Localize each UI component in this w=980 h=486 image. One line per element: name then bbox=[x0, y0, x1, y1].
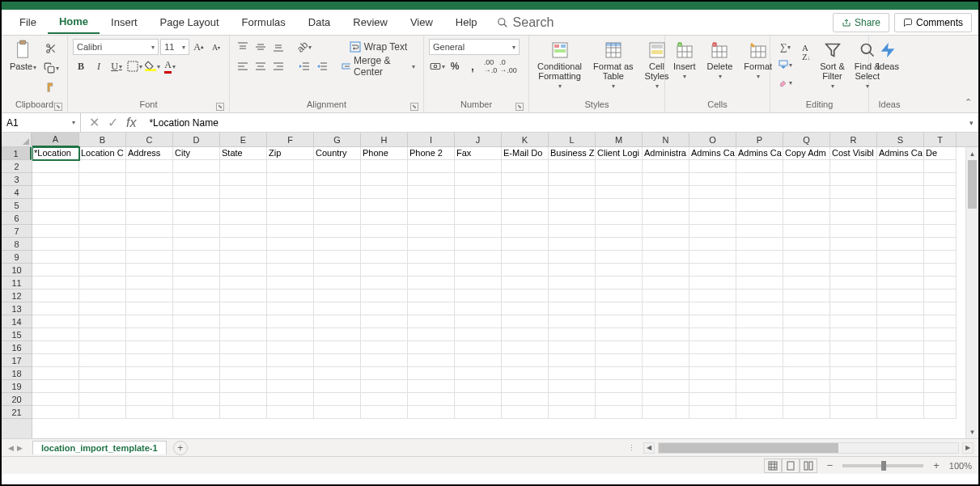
cell-A14[interactable] bbox=[32, 315, 79, 328]
cell-S1[interactable]: Admins Ca bbox=[877, 147, 924, 160]
cell-L12[interactable] bbox=[549, 289, 596, 302]
col-header-K[interactable]: K bbox=[502, 133, 549, 146]
cell-C20[interactable] bbox=[126, 393, 173, 406]
cell-B13[interactable] bbox=[79, 302, 126, 315]
cell-A10[interactable] bbox=[32, 264, 79, 277]
cell-O8[interactable] bbox=[689, 238, 736, 251]
cell-K2[interactable] bbox=[502, 160, 549, 173]
cell-Q7[interactable] bbox=[783, 225, 830, 238]
cell-A18[interactable] bbox=[32, 367, 79, 380]
cell-M13[interactable] bbox=[596, 302, 643, 315]
cell-R9[interactable] bbox=[830, 251, 877, 264]
cell-R5[interactable] bbox=[830, 199, 877, 212]
cell-K20[interactable] bbox=[502, 393, 549, 406]
cell-R20[interactable] bbox=[830, 393, 877, 406]
cell-O14[interactable] bbox=[689, 315, 736, 328]
cell-P19[interactable] bbox=[736, 380, 783, 393]
cell-C13[interactable] bbox=[126, 302, 173, 315]
cell-T4[interactable] bbox=[924, 186, 957, 199]
col-header-A[interactable]: A bbox=[32, 133, 79, 147]
font-launcher[interactable]: ⬊ bbox=[216, 103, 224, 111]
cell-G3[interactable] bbox=[314, 173, 361, 186]
cell-S14[interactable] bbox=[877, 315, 924, 328]
cell-G14[interactable] bbox=[314, 315, 361, 328]
cell-A15[interactable] bbox=[32, 328, 79, 341]
cell-I2[interactable] bbox=[408, 160, 455, 173]
tab-file[interactable]: File bbox=[8, 11, 48, 33]
cell-R14[interactable] bbox=[830, 315, 877, 328]
cell-E14[interactable] bbox=[220, 315, 267, 328]
ideas-button[interactable]: Ideas bbox=[874, 39, 902, 73]
cell-T1[interactable]: De bbox=[924, 147, 957, 160]
cell-Q14[interactable] bbox=[783, 315, 830, 328]
cell-L20[interactable] bbox=[549, 393, 596, 406]
cell-C18[interactable] bbox=[126, 367, 173, 380]
cell-D19[interactable] bbox=[173, 380, 220, 393]
cell-K5[interactable] bbox=[502, 199, 549, 212]
cell-C16[interactable] bbox=[126, 341, 173, 354]
cell-R11[interactable] bbox=[830, 277, 877, 289]
cell-H7[interactable] bbox=[361, 225, 408, 238]
cell-Q11[interactable] bbox=[783, 277, 830, 289]
normal-view-button[interactable] bbox=[764, 459, 782, 473]
cell-M1[interactable]: Client Logi bbox=[596, 147, 643, 160]
cell-R17[interactable] bbox=[830, 354, 877, 367]
col-header-N[interactable]: N bbox=[643, 133, 689, 146]
cell-N11[interactable] bbox=[643, 277, 689, 289]
cell-S17[interactable] bbox=[877, 354, 924, 367]
cell-D16[interactable] bbox=[173, 341, 220, 354]
cell-S5[interactable] bbox=[877, 199, 924, 212]
align-middle-button[interactable] bbox=[252, 39, 269, 55]
cell-I8[interactable] bbox=[408, 238, 455, 251]
percent-button[interactable]: % bbox=[447, 58, 463, 74]
cell-L9[interactable] bbox=[549, 251, 596, 264]
row-header-5[interactable]: 5 bbox=[2, 199, 32, 212]
cell-R13[interactable] bbox=[830, 302, 877, 315]
cell-Q2[interactable] bbox=[783, 160, 830, 173]
font-size-box[interactable]: 11▾ bbox=[160, 39, 189, 55]
align-left-button[interactable] bbox=[235, 58, 251, 74]
col-header-I[interactable]: I bbox=[408, 133, 455, 146]
cell-Q6[interactable] bbox=[783, 212, 830, 225]
cell-Q18[interactable] bbox=[783, 367, 830, 380]
cell-A9[interactable] bbox=[32, 251, 79, 264]
row-header-13[interactable]: 13 bbox=[2, 302, 32, 315]
cell-T18[interactable] bbox=[924, 367, 957, 380]
cell-F1[interactable]: Zip bbox=[267, 147, 314, 160]
cell-B11[interactable] bbox=[79, 277, 126, 289]
cell-F14[interactable] bbox=[267, 315, 314, 328]
cell-A6[interactable] bbox=[32, 212, 79, 225]
tab-help[interactable]: Help bbox=[444, 11, 489, 33]
cell-P6[interactable] bbox=[736, 212, 783, 225]
cell-K21[interactable] bbox=[502, 406, 549, 419]
cell-O21[interactable] bbox=[689, 406, 736, 419]
search-box[interactable]: Search bbox=[489, 15, 562, 30]
cell-J7[interactable] bbox=[455, 225, 502, 238]
accept-formula-button[interactable]: ✓ bbox=[108, 115, 118, 130]
cell-N3[interactable] bbox=[643, 173, 689, 186]
cell-P13[interactable] bbox=[736, 302, 783, 315]
cell-I13[interactable] bbox=[408, 302, 455, 315]
cell-C1[interactable]: Address bbox=[126, 147, 173, 160]
col-header-G[interactable]: G bbox=[314, 133, 361, 146]
cell-O20[interactable] bbox=[689, 393, 736, 406]
cell-L13[interactable] bbox=[549, 302, 596, 315]
row-header-4[interactable]: 4 bbox=[2, 186, 32, 199]
cell-M11[interactable] bbox=[596, 277, 643, 289]
cell-O12[interactable] bbox=[689, 289, 736, 302]
cell-G19[interactable] bbox=[314, 380, 361, 393]
cell-E21[interactable] bbox=[220, 406, 267, 419]
cell-M20[interactable] bbox=[596, 393, 643, 406]
cell-D20[interactable] bbox=[173, 393, 220, 406]
cell-M12[interactable] bbox=[596, 289, 643, 302]
row-header-8[interactable]: 8 bbox=[2, 238, 32, 251]
cell-M18[interactable] bbox=[596, 367, 643, 380]
cell-C11[interactable] bbox=[126, 277, 173, 289]
cell-N7[interactable] bbox=[643, 225, 689, 238]
cell-O17[interactable] bbox=[689, 354, 736, 367]
cell-J12[interactable] bbox=[455, 289, 502, 302]
cell-T2[interactable] bbox=[924, 160, 957, 173]
cell-J21[interactable] bbox=[455, 406, 502, 419]
vscroll-thumb[interactable] bbox=[968, 160, 977, 209]
scroll-down-button[interactable]: ▼ bbox=[966, 425, 978, 438]
